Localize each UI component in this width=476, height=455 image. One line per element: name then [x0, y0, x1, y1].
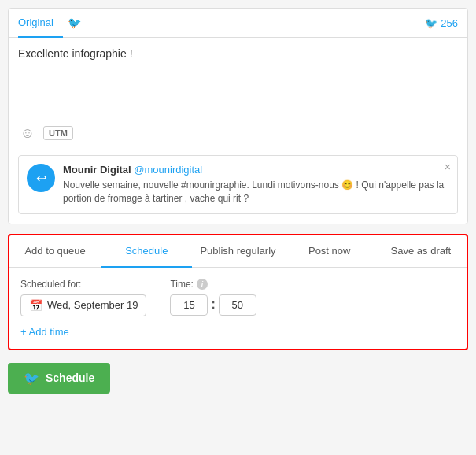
retweet-name: Mounir Digital [63, 164, 131, 176]
add-time-button[interactable]: + Add time [20, 326, 456, 338]
retweet-content: Mounir Digital @mounirdigital Nouvelle s… [63, 164, 449, 205]
char-count-value: 256 [441, 17, 458, 29]
info-icon: i [197, 279, 208, 290]
tab-post-now[interactable]: Post now [284, 235, 375, 267]
time-inputs: : [170, 294, 256, 316]
minute-input[interactable] [219, 294, 256, 316]
utm-button[interactable]: UTM [43, 126, 73, 140]
tab-schedule[interactable]: Schedule [101, 235, 192, 268]
retweet-text: Nouvelle semaine, nouvelle #mounirgraphi… [63, 179, 449, 205]
tab-original[interactable]: Original [18, 9, 63, 38]
schedule-tabs: Add to queue Schedule Publish regularly … [9, 235, 467, 268]
top-panel: Original 🐦 🐦 256 Excellente infographie … [8, 8, 468, 224]
date-value: Wed, September 19 [47, 299, 138, 311]
twitter-char-icon: 🐦 [425, 17, 437, 29]
time-separator: : [211, 298, 215, 312]
char-count: 🐦 256 [425, 17, 458, 29]
time-label: Time: i [170, 279, 256, 290]
hour-input[interactable] [170, 294, 208, 316]
schedule-panel: Add to queue Schedule Publish regularly … [8, 234, 468, 350]
retweet-close-button[interactable]: × [445, 161, 451, 173]
schedule-body: Scheduled for: 📅 Wed, September 19 Time:… [9, 268, 467, 349]
retweet-avatar: ↩ [27, 164, 55, 192]
retweet-card: ↩ Mounir Digital @mounirdigital Nouvelle… [18, 155, 458, 214]
retweet-header: Mounir Digital @mounirdigital [63, 164, 449, 176]
tab-save-as-draft[interactable]: Save as draft [375, 235, 467, 267]
twitter-bird-icon: 🐦 [24, 371, 39, 386]
calendar-icon: 📅 [29, 299, 42, 312]
content-area: Excellente infographie ! [9, 38, 467, 117]
tab-add-to-queue[interactable]: Add to queue [9, 235, 101, 267]
schedule-button[interactable]: 🐦 Schedule [8, 363, 110, 394]
retweet-handle: @mounirdigital [134, 164, 202, 176]
content-text: Excellente infographie ! [18, 47, 458, 60]
tab-publish-regularly[interactable]: Publish regularly [192, 235, 283, 267]
toolbar-row: ☺ UTM [9, 117, 467, 149]
emoji-button[interactable]: ☺ [18, 124, 37, 142]
twitter-icon-top: 🐦 [68, 17, 81, 29]
time-field: Time: i : [170, 279, 256, 316]
date-input[interactable]: 📅 Wed, September 19 [20, 294, 146, 316]
top-tabs-bar: Original 🐦 🐦 256 [9, 9, 467, 38]
scheduled-for-field: Scheduled for: 📅 Wed, September 19 [20, 279, 146, 316]
retweet-icon: ↩ [36, 171, 46, 186]
schedule-button-label: Schedule [46, 372, 94, 384]
scheduled-for-label: Scheduled for: [20, 279, 146, 290]
schedule-row: Scheduled for: 📅 Wed, September 19 Time:… [20, 279, 456, 316]
